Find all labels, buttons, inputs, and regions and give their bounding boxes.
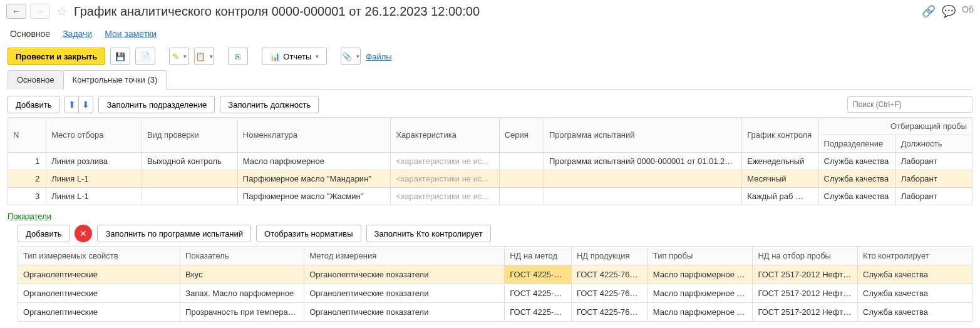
col-ndp[interactable]: НД продукция [571,247,647,265]
subtab-points[interactable]: Контрольные точки (3) [63,70,167,90]
report-icon: 📊 [270,52,280,61]
table-row[interactable]: Органолептические Прозрачность при темпе… [18,303,972,322]
main-toolbar: Провести и закрыть 💾 📄 ✎▾ 📋▾ ⎘ 📊Отчеты▾ … [0,44,980,69]
fill-by-program-button[interactable]: Заполнить по программе испытаний [97,225,251,242]
show-norms-button[interactable]: Отобразить нормативы [256,225,361,242]
col-char[interactable]: Характеристика [391,118,499,153]
table-row[interactable]: Органолептические Вкус Органолептические… [18,265,972,284]
move-up-button[interactable]: ⬆ [65,96,79,113]
table-row[interactable]: 3 Линия L-1 Парфюмерное масло "Жасмин" <… [8,188,972,205]
discuss-label[interactable]: Об [962,4,974,18]
attach-button[interactable]: 📎▾ [341,48,361,65]
col-method[interactable]: Метод измерения [304,247,505,265]
favorite-star-icon[interactable]: ☆ [56,4,68,19]
indicators-link[interactable]: Показатели [8,212,972,221]
tab-notes[interactable]: Мои заметки [105,29,157,39]
col-sampler[interactable]: Отбирающий пробы [818,118,972,135]
indicators-panel: Тип измеряемых свойств Показатель Метод … [18,246,972,322]
pencil-icon: ✎ [172,52,179,61]
discuss-icon[interactable]: 💬 [942,4,956,18]
edit-button[interactable]: ✎▾ [169,48,189,65]
nav-tabs: Основное Задачи Мои заметки [0,23,980,44]
col-dept[interactable]: Подразделение [818,135,895,153]
create-icon: 📋 [195,52,205,61]
col-series[interactable]: Серия [499,118,544,153]
post-button[interactable]: 📄 [135,48,155,65]
col-ndm[interactable]: НД на метод [505,247,572,265]
back-button[interactable]: ← [6,4,26,19]
header-bar: ← → ☆ График аналитического контроля 000… [0,0,980,23]
save-button[interactable]: 💾 [110,48,130,65]
save-icon: 💾 [115,52,125,61]
col-nds[interactable]: НД на отбор пробы [753,247,858,265]
sub-tabs: Основное Контрольные точки (3) [0,69,980,90]
col-n[interactable]: N [8,118,46,153]
col-stype[interactable]: Тип пробы [647,247,753,265]
col-sched[interactable]: График контроля [742,118,818,153]
table-row[interactable]: 2 Линия L-1 Парфюмерное масло "Мандарин"… [8,170,972,188]
col-pos[interactable]: Должность [895,135,972,153]
post-icon: 📄 [140,52,150,61]
col-place[interactable]: Место отбора [46,118,142,153]
col-nom[interactable]: Номенклатура [237,118,391,153]
search-input[interactable] [847,96,972,113]
table-row[interactable]: Органолептические Запах. Масло парфюмерн… [18,284,972,303]
col-prog[interactable]: Программа испытаний [544,118,741,153]
paperclip-icon: 📎 [342,52,352,61]
files-link[interactable]: Файлы [366,52,391,61]
table-row[interactable]: 1 Линия розлива Выходной контроль Масло … [8,153,972,170]
fill-pos-button[interactable]: Заполнить должность [220,96,319,113]
col-check[interactable]: Вид проверки [142,118,237,153]
submit-close-button[interactable]: Провести и закрыть [8,48,105,65]
copy-icon: ⎘ [235,52,240,61]
add-indicator-button[interactable]: Добавить [18,225,70,242]
create-based-button[interactable]: 📋▾ [194,48,214,65]
tab-tasks[interactable]: Задачи [63,29,92,39]
col-ind[interactable]: Показатель [180,247,304,265]
indicators-toolbar: Добавить ✕ Заполнить по программе испыта… [0,225,980,246]
page-title: График аналитического контроля 0000-0000… [74,4,480,19]
points-panel: Добавить ⬆ ⬇ Заполнить подразделение Зап… [8,89,972,205]
points-toolbar: Добавить ⬆ ⬇ Заполнить подразделение Зап… [8,96,972,113]
forward-button[interactable]: → [30,4,50,19]
delete-indicator-button[interactable]: ✕ [75,225,92,242]
add-row-button[interactable]: Добавить [8,96,59,113]
reports-button[interactable]: 📊Отчеты▾ [262,48,327,65]
fill-dept-button[interactable]: Заполнить подразделение [98,96,215,113]
col-type[interactable]: Тип измеряемых свойств [18,247,180,265]
move-buttons: ⬆ ⬇ [64,96,93,113]
points-table: N Место отбора Вид проверки Номенклатура… [8,117,972,205]
copy-button[interactable]: ⎘ [228,48,248,65]
indicators-table: Тип измеряемых свойств Показатель Метод … [18,246,972,322]
subtab-main[interactable]: Основное [8,70,64,90]
tab-main[interactable]: Основное [10,29,50,39]
move-down-button[interactable]: ⬇ [79,96,93,113]
fill-controller-button[interactable]: Заполнить Кто контролирует [366,225,491,242]
link-icon[interactable]: 🔗 [922,4,936,18]
col-who[interactable]: Кто контролирует [858,247,972,265]
